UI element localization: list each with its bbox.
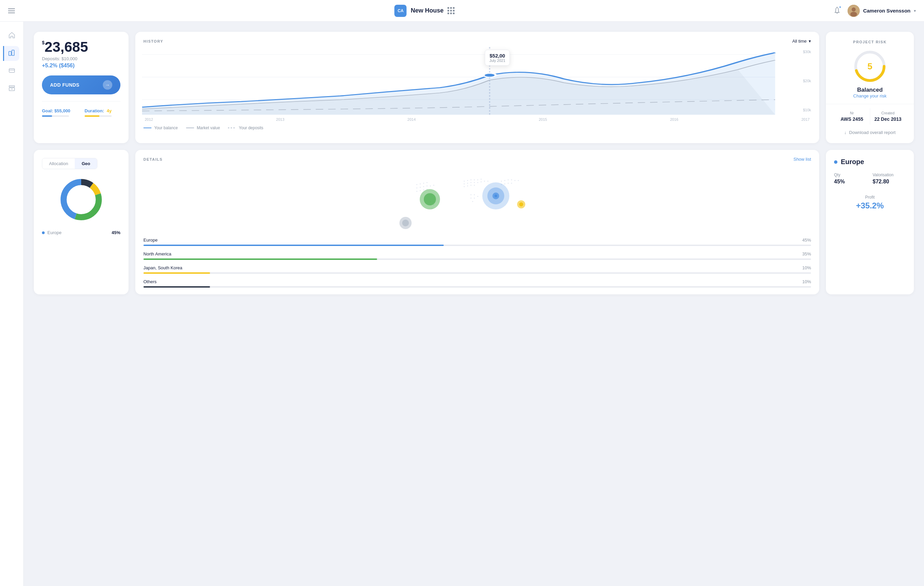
- risk-gauge: 5: [853, 50, 887, 83]
- region-japan-header: Japan, South Korea 10%: [144, 265, 811, 270]
- na-bubble-inner: [424, 193, 436, 205]
- svg-rect-27: [474, 179, 475, 180]
- user-info[interactable]: Cameron Svensson ▾: [848, 5, 916, 17]
- qty-value: 45%: [834, 179, 867, 185]
- risk-card: PROJECT RISK 5 Balanced Change your risk…: [826, 32, 914, 143]
- time-filter-button[interactable]: All time ▾: [792, 39, 811, 44]
- svg-rect-45: [426, 182, 427, 183]
- archive-icon: [8, 84, 15, 93]
- currency-symbol: $: [42, 40, 45, 45]
- region-na-header: North America 35%: [144, 251, 811, 256]
- legend-deposits: Your deposits: [228, 125, 263, 130]
- bell-icon[interactable]: [833, 7, 841, 15]
- svg-rect-59: [511, 179, 512, 180]
- legend-market-label: Market value: [197, 125, 220, 130]
- svg-rect-57: [504, 180, 505, 181]
- region-japan: Japan, South Korea 10%: [144, 265, 811, 274]
- home-icon: [8, 32, 15, 40]
- filter-chevron-icon: ▾: [808, 39, 811, 44]
- show-list-button[interactable]: Show list: [794, 157, 811, 162]
- qty-label: Qty: [834, 173, 867, 177]
- goal-value: Goal: $55,000: [42, 108, 78, 113]
- main-content: $23,685 Deposits: $10,000 +5.2% ($456) A…: [24, 21, 924, 304]
- risk-nr-value: AWS 2455: [834, 116, 870, 122]
- region-others-header: Others 10%: [144, 279, 811, 284]
- ca-badge: CA: [394, 5, 406, 17]
- region-europe: Europe 45%: [144, 238, 811, 246]
- region-europe-pct: 45%: [802, 238, 811, 243]
- svg-rect-30: [464, 183, 465, 184]
- chart-x-labels: 2012 2013 2014 2015 2016 2017: [144, 117, 811, 122]
- region-others-name: Others: [144, 279, 157, 284]
- svg-rect-25: [467, 180, 468, 181]
- notification-dot: [839, 6, 842, 8]
- profit-value: +35.2%: [834, 201, 906, 210]
- svg-rect-54: [423, 190, 424, 190]
- risk-nr-label: Nr: [834, 111, 870, 115]
- risk-number: 5: [868, 61, 872, 72]
- balance-change: +5.2% ($456): [42, 63, 120, 69]
- sidebar-item-home[interactable]: [4, 28, 19, 43]
- risk-divider: [826, 104, 914, 104]
- allocation-card: Allocation Geo: [34, 150, 129, 294]
- donut-chart-svg: [58, 176, 105, 223]
- chart-y-labels: $30k $20k $10k: [803, 47, 811, 115]
- svg-rect-34: [477, 182, 478, 183]
- region-na-name: North America: [144, 251, 171, 256]
- menu-button[interactable]: [8, 8, 15, 13]
- download-report-button[interactable]: ↓ Download overall report: [834, 130, 906, 135]
- others-bubble-inner: [402, 220, 409, 226]
- europe-detail-dot: [834, 160, 837, 164]
- x-label-2014: 2014: [408, 117, 416, 122]
- sidebar-item-archive[interactable]: [4, 81, 19, 96]
- region-japan-bar: [144, 272, 811, 274]
- svg-rect-5: [12, 50, 14, 56]
- duration-label: Duration:: [84, 108, 104, 113]
- legend-market: Market value: [186, 125, 220, 130]
- header-right: Cameron Svensson ▾: [833, 5, 916, 17]
- svg-rect-44: [423, 183, 424, 184]
- history-chart-area: $52,00 July 2021 $30k $20k $10k: [142, 47, 812, 115]
- valorisation-label: Valorisation: [873, 173, 906, 177]
- region-europe-fill: [144, 244, 444, 246]
- svg-rect-63: [504, 183, 505, 184]
- region-others-fill: [144, 286, 210, 287]
- sidebar: [0, 21, 24, 304]
- legend-line-dashed: [228, 127, 236, 128]
- goal-progress-fill: [42, 116, 52, 117]
- world-map-svg: [144, 167, 811, 235]
- valorisation-value: $72.80: [873, 179, 906, 185]
- grid-icon[interactable]: [447, 7, 454, 14]
- y-label-10k: $10k: [803, 108, 811, 112]
- europe-center-dot: [495, 195, 497, 197]
- deposits-label: Deposits: $10,000: [42, 56, 120, 61]
- legend-balance-label: Your balance: [154, 125, 178, 130]
- goal-label: Goal:: [42, 108, 53, 113]
- chart-legend: Your balance Market value Your deposits: [144, 125, 811, 130]
- svg-rect-4: [9, 51, 11, 56]
- add-funds-button[interactable]: ADD FUNDS →: [42, 76, 120, 94]
- risk-change-link[interactable]: Change your risk: [834, 93, 906, 99]
- sidebar-item-portfolio[interactable]: [3, 46, 19, 61]
- svg-rect-26: [470, 179, 472, 180]
- header-left: [8, 8, 15, 13]
- goal-item: Goal: $55,000: [42, 108, 78, 117]
- duration-amount: 4y: [107, 108, 111, 113]
- tab-geo[interactable]: Geo: [75, 158, 97, 169]
- allocation-tabs: Allocation Geo: [42, 158, 97, 169]
- avatar-initials: [848, 5, 860, 17]
- region-europe-name: Europe: [144, 238, 158, 243]
- sidebar-item-cards[interactable]: [4, 64, 19, 79]
- svg-rect-35: [480, 182, 482, 182]
- svg-rect-38: [464, 186, 465, 187]
- svg-rect-32: [470, 182, 472, 183]
- x-label-2016: 2016: [670, 117, 678, 122]
- svg-rect-67: [474, 194, 475, 195]
- y-label-20k: $20k: [803, 79, 811, 83]
- europe-label: Europe: [47, 230, 109, 235]
- region-northamerica: North America 35%: [144, 251, 811, 260]
- legend-item-europe: Europe 45%: [42, 230, 120, 235]
- allocation-legend: Europe 45%: [42, 230, 120, 235]
- tab-allocation[interactable]: Allocation: [42, 158, 75, 169]
- svg-rect-31: [467, 183, 468, 184]
